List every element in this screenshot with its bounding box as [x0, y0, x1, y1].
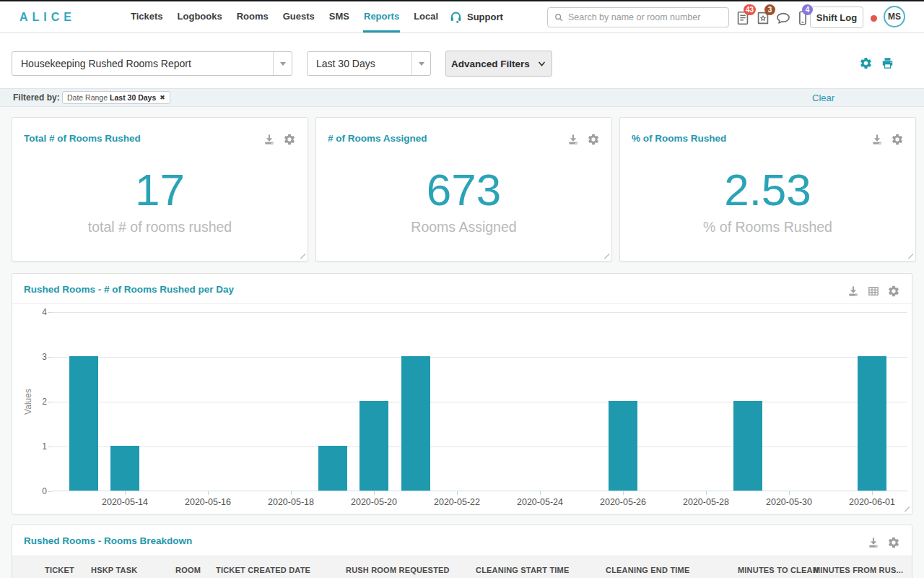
column-header[interactable]: HSKP TASK	[91, 566, 137, 574]
search-placeholder: Search by name or room number	[568, 12, 700, 22]
gear-icon[interactable]	[283, 133, 296, 146]
stat-card-total-rushed: Total # of Rooms Rushed 17 total # of ro…	[12, 117, 308, 262]
y-axis-tick	[48, 491, 53, 492]
column-header[interactable]: TICKET	[45, 566, 74, 574]
chart-bar	[733, 401, 762, 491]
status-dot	[871, 15, 877, 22]
date-select-arrow[interactable]	[411, 52, 430, 75]
breakdown-header-row: TICKETHSKP TASKROOMTICKET CREATED DATERU…	[12, 556, 912, 578]
nav-item-rooms[interactable]: Rooms	[236, 1, 269, 33]
x-axis-label: 2020-05-18	[255, 497, 327, 507]
column-header[interactable]: ROOM	[175, 566, 201, 574]
gridline	[53, 447, 907, 447]
y-axis-tick-label: 3	[28, 352, 47, 362]
chart-bar	[69, 356, 98, 491]
chip-prefix: Date Range	[67, 93, 108, 102]
stat-card-title: % of Rooms Rushed	[632, 133, 726, 144]
chart-title: Rushed Rooms - # of Rooms Rushed per Day	[24, 284, 234, 295]
stat-value: 673	[316, 168, 611, 212]
y-axis-tick	[48, 312, 53, 313]
gear-icon[interactable]	[887, 536, 900, 549]
download-icon[interactable]	[867, 536, 880, 549]
x-axis-tick	[706, 491, 707, 495]
column-header[interactable]: RUSH ROOM REQUESTED	[346, 566, 450, 574]
x-axis-line	[53, 491, 907, 491]
breakdown-title: Rushed Rooms - Rooms Breakdown	[24, 535, 192, 546]
x-axis-tick	[457, 491, 458, 495]
alice-logo[interactable]: ALICE	[19, 11, 76, 24]
stat-card-percent-rushed: % of Rooms Rushed 2.53 % of Rooms Rushed	[619, 117, 916, 262]
gridline	[53, 402, 907, 402]
avatar[interactable]: MS	[884, 6, 905, 27]
print-icon[interactable]	[881, 56, 894, 70]
remove-filter-icon[interactable]: ✖	[160, 94, 165, 101]
nav-item-logbooks[interactable]: Logbooks	[177, 1, 223, 33]
gridline	[53, 312, 907, 313]
download-icon[interactable]	[847, 285, 860, 298]
advanced-filters-button[interactable]: Advanced Filters	[445, 51, 552, 77]
x-axis-tick	[872, 491, 873, 495]
nav-item-reports[interactable]: Reports	[363, 1, 400, 33]
report-select[interactable]: Housekeeping Rushed Rooms Report	[12, 51, 292, 76]
column-header[interactable]: CLEANING END TIME	[606, 566, 689, 574]
gear-icon[interactable]	[587, 133, 600, 146]
dashboard-content: Total # of Rooms Rushed 17 total # of ro…	[0, 107, 924, 578]
x-axis-label: 2020-05-16	[172, 497, 244, 507]
stat-card-title: Total # of Rooms Rushed	[24, 133, 141, 144]
rushed-per-day-chart-card: Rushed Rooms - # of Rooms Rushed per Day…	[12, 273, 912, 514]
nav-item-guests[interactable]: Guests	[282, 1, 315, 33]
gear-icon[interactable]	[891, 133, 904, 146]
download-icon[interactable]	[263, 133, 276, 146]
x-axis-tick	[208, 491, 209, 495]
x-axis-label: 2020-05-30	[753, 497, 825, 507]
download-icon[interactable]	[871, 133, 884, 146]
x-axis-tick	[540, 491, 541, 495]
search-input[interactable]: Search by name or room number	[547, 7, 729, 27]
x-axis-tick	[789, 491, 790, 495]
chart-plot: 012342020-05-142020-05-162020-05-182020-…	[53, 312, 907, 491]
y-axis-tick-label: 4	[28, 307, 47, 317]
x-axis-tick	[623, 491, 624, 495]
dashboard-settings-gear-icon[interactable]	[859, 56, 873, 70]
column-header[interactable]: MINUTES FROM RUS...	[814, 566, 903, 574]
stat-caption: Rooms Assigned	[316, 219, 611, 236]
x-axis-label: 2020-06-01	[836, 497, 908, 507]
x-axis-tick	[291, 491, 292, 495]
resize-handle[interactable]	[906, 251, 913, 259]
stat-value: 2.53	[620, 168, 915, 212]
chat-icon[interactable]	[775, 10, 791, 26]
x-axis-label: 2020-05-24	[504, 497, 576, 507]
column-header[interactable]: MINUTES TO CLEAN	[738, 566, 819, 574]
nav-item-sms[interactable]: SMS	[328, 1, 350, 33]
mobile-badge: 4	[802, 4, 813, 15]
advanced-filters-label: Advanced Filters	[451, 59, 530, 69]
nav-item-tickets[interactable]: Tickets	[130, 1, 164, 33]
y-axis-tick-label: 0	[28, 486, 47, 496]
download-icon[interactable]	[567, 133, 580, 146]
x-axis-tick	[374, 491, 375, 495]
x-axis-label: 2020-05-14	[89, 497, 161, 507]
nav-item-support[interactable]: Support	[449, 1, 503, 33]
shift-log-button[interactable]: Shift Log	[810, 7, 863, 28]
clear-filters-link[interactable]: Clear	[812, 92, 834, 103]
gear-icon[interactable]	[887, 285, 900, 298]
filter-bar: Filtered by: Date Range Last 30 Days ✖ C…	[0, 88, 924, 107]
report-select-value: Housekeeping Rushed Rooms Report	[12, 52, 273, 75]
report-select-arrow[interactable]	[273, 52, 292, 75]
date-range-filter-chip[interactable]: Date Range Last 30 Days ✖	[62, 91, 170, 104]
column-header[interactable]: TICKET CREATED DATE	[216, 566, 310, 574]
chart-bar	[858, 356, 886, 491]
chip-value: Last 30 Days	[110, 93, 156, 102]
headset-icon	[449, 10, 463, 24]
column-header[interactable]: CLEANING START TIME	[476, 566, 569, 574]
report-toolbar: Housekeeping Rushed Rooms Report Last 30…	[0, 33, 924, 88]
resize-handle[interactable]	[602, 251, 609, 259]
chevron-down-icon	[537, 59, 546, 69]
nav-item-local[interactable]: Local	[413, 1, 439, 33]
date-range-select[interactable]: Last 30 Days	[307, 51, 431, 76]
resize-handle[interactable]	[298, 251, 305, 259]
y-axis-tick	[48, 357, 53, 358]
x-axis-tick	[125, 491, 126, 495]
chart-bar	[401, 356, 430, 491]
table-view-icon[interactable]	[867, 285, 880, 298]
